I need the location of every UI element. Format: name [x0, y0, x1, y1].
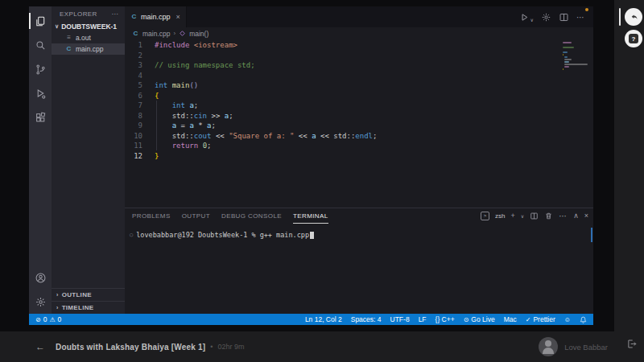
help-button[interactable]: ?: [625, 30, 642, 47]
outline-section[interactable]: › OUTLINE: [52, 288, 125, 301]
chevron-right-icon: ›: [56, 305, 59, 311]
explorer-icon[interactable]: [29, 9, 52, 33]
line-content: #include <iostream>: [155, 40, 237, 51]
status-item-mac[interactable]: Mac: [504, 315, 517, 323]
code-line[interactable]: 4: [125, 71, 561, 81]
go-live-icon: ⊙: [464, 316, 469, 323]
feedback-icon: ☺: [564, 316, 571, 323]
error-icon: ⊘: [35, 316, 41, 323]
minimap[interactable]: [563, 42, 590, 71]
code-line[interactable]: 6{: [125, 91, 561, 101]
line-number: 12: [125, 151, 142, 162]
status-item-bell-icon[interactable]: [580, 316, 587, 323]
player-bar: ← Doubts with Lakshay Bhaiya [Week 1] • …: [0, 331, 614, 362]
timeline-section[interactable]: › TIMELINE: [52, 301, 125, 314]
close-panel-icon[interactable]: ×: [584, 212, 588, 220]
configure-gear-icon[interactable]: [541, 12, 551, 23]
close-icon[interactable]: ×: [176, 13, 180, 21]
source-control-icon[interactable]: [29, 57, 52, 81]
status-item-prettier[interactable]: ✓Prettier: [526, 315, 555, 323]
cpp-file-icon: C: [132, 31, 139, 37]
file-list: ≡a.outCmain.cpp: [52, 32, 125, 55]
status-text: UTF-8: [390, 315, 410, 323]
panel-tab-debug-console[interactable]: DEBUG CONSOLE: [221, 212, 282, 224]
cpp-file-icon: C: [65, 46, 72, 52]
status-item--c-[interactable]: {} C++: [436, 315, 455, 323]
line-content: a = a * a;: [155, 121, 216, 131]
run-debug-icon[interactable]: [29, 81, 52, 105]
more-icon[interactable]: ⋯: [112, 10, 118, 18]
status-item-feedback-icon[interactable]: ☺: [564, 316, 571, 323]
symbol-method-icon: [179, 30, 186, 37]
line-number: 5: [125, 80, 142, 91]
line-content: int main(): [155, 80, 198, 91]
split-terminal-icon[interactable]: [530, 212, 539, 220]
line-number: 9: [125, 121, 142, 131]
code-line[interactable]: 9 a = a * a;: [125, 121, 561, 131]
prompt-decoration-icon: ○: [130, 232, 133, 238]
panel-tab-problems[interactable]: PROBLEMS: [132, 212, 171, 224]
scrollbar-thumb[interactable]: [619, 8, 621, 26]
code-area[interactable]: 1#include <iostream>23// using namespace…: [125, 40, 561, 161]
more-panel-icon[interactable]: ⋯: [559, 212, 568, 220]
status-text: LF: [419, 315, 427, 323]
code-line[interactable]: 3// using namespace std;: [125, 60, 561, 71]
code-line[interactable]: 10 std::cout << "Square of a: " << a << …: [125, 131, 561, 142]
reply-icon: [629, 12, 638, 22]
trash-icon[interactable]: [544, 212, 553, 220]
video-title: Doubts with Lakshay Bhaiya [Week 1]: [56, 343, 205, 352]
status-item-go-live[interactable]: ⊙Go Live: [464, 315, 495, 323]
panel-tab-terminal[interactable]: TERMINAL: [293, 212, 328, 224]
terminal-command: g++ main.cpp: [260, 231, 309, 239]
warning-icon: ⚠: [49, 316, 55, 323]
line-content: std::cin >> a;: [155, 111, 233, 121]
breadcrumb[interactable]: C main.cpp › main(): [125, 27, 593, 39]
line-number: 7: [125, 101, 142, 111]
more-actions-icon[interactable]: ⋯: [576, 13, 585, 22]
line-number: 2: [125, 51, 142, 61]
code-line[interactable]: 12}: [125, 151, 561, 162]
binary-file-icon: ≡: [65, 35, 72, 41]
code-line[interactable]: 5int main(): [125, 80, 561, 91]
breadcrumb-file[interactable]: main.cpp: [142, 30, 171, 38]
back-button[interactable]: ←: [35, 341, 45, 352]
chevron-down-icon[interactable]: ∨: [521, 214, 524, 219]
terminal-line[interactable]: ○ lovebabbar@192 DoubtsWeek-1 % g++ main…: [130, 231, 593, 239]
problems-status[interactable]: ⊘ 0 ⚠ 0: [35, 315, 61, 323]
sign-out-icon[interactable]: [626, 339, 637, 349]
terminal-icon: >: [481, 212, 489, 220]
file-item-main-cpp[interactable]: Cmain.cpp: [52, 43, 125, 55]
extensions-icon[interactable]: [29, 105, 52, 130]
search-icon[interactable]: [29, 33, 52, 57]
panel-tab-output[interactable]: OUTPUT: [182, 212, 210, 224]
maximize-panel-icon[interactable]: ∧: [573, 212, 579, 220]
notification-dot: [585, 8, 588, 11]
code-line[interactable]: 7 int a;: [125, 101, 561, 111]
status-item-spaces-4[interactable]: Spaces: 4: [351, 315, 382, 323]
terminal-scrollbar[interactable]: [591, 228, 592, 242]
user-chip: Love Babbar: [539, 337, 608, 356]
reply-button[interactable]: [625, 8, 642, 26]
code-lines: 1#include <iostream>23// using namespace…: [125, 40, 561, 161]
folder-doubtsweek-1[interactable]: ∨ DOUBTSWEEK-1: [52, 21, 125, 32]
split-editor-icon[interactable]: [559, 12, 569, 23]
account-icon[interactable]: [29, 265, 52, 290]
explorer-title: EXPLORER: [60, 10, 97, 18]
tab-main-cpp[interactable]: C main.cpp ×: [125, 6, 187, 27]
code-line[interactable]: 1#include <iostream>: [125, 40, 561, 51]
code-line[interactable]: 8 std::cin >> a;: [125, 111, 561, 121]
new-terminal-button[interactable]: +: [510, 212, 514, 220]
settings-gear-icon[interactable]: [29, 290, 52, 314]
vscode-window: EXPLORER ⋯ ∨ DOUBTSWEEK-1 ≡a.outCmain.cp…: [29, 6, 593, 325]
run-file-button[interactable]: ∨: [519, 12, 534, 23]
line-number: 11: [125, 141, 142, 151]
status-item-lf[interactable]: LF: [419, 315, 427, 323]
outline-label: OUTLINE: [62, 291, 92, 298]
line-number: 4: [125, 71, 142, 81]
code-line[interactable]: 2: [125, 51, 561, 61]
status-item-ln-12-col-2[interactable]: Ln 12, Col 2: [305, 315, 342, 323]
code-line[interactable]: 11 return 0;: [125, 141, 561, 151]
status-item-utf-8[interactable]: UTF-8: [390, 315, 410, 323]
breadcrumb-symbol[interactable]: main(): [189, 30, 208, 38]
file-item-a-out[interactable]: ≡a.out: [52, 32, 125, 43]
